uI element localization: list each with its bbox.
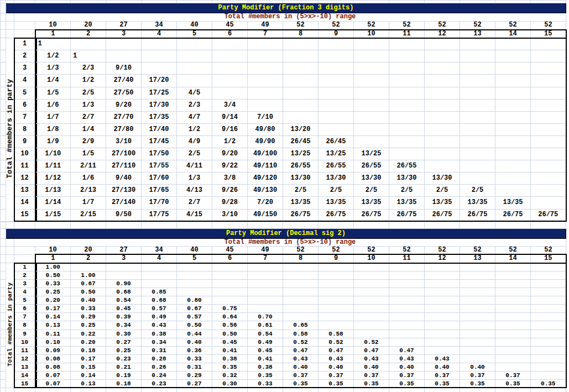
- row-header[interactable]: 15: [14, 379, 35, 388]
- data-cell-r7-c1[interactable]: 1/7: [35, 111, 71, 123]
- data-cell-r12-c11[interactable]: 0.43: [389, 354, 425, 363]
- col-range-header[interactable]: 20: [71, 247, 106, 255]
- col-header[interactable]: 3: [106, 30, 142, 38]
- col-range-header[interactable]: 49: [248, 247, 283, 255]
- data-cell-r13-c10[interactable]: 0.40: [354, 363, 389, 371]
- data-cell-r4-c3[interactable]: 0.68: [106, 288, 142, 296]
- row-header[interactable]: 2: [14, 50, 35, 62]
- row-header[interactable]: 13: [14, 363, 35, 371]
- empty-cell[interactable]: [495, 38, 531, 50]
- data-cell-r14-c1[interactable]: 0.07: [35, 371, 71, 379]
- data-cell-r7-c3[interactable]: 0.39: [106, 313, 142, 321]
- empty-cell[interactable]: [531, 38, 566, 50]
- data-cell-r8-c1[interactable]: 0.13: [35, 321, 71, 330]
- empty-cell[interactable]: [531, 160, 566, 173]
- data-cell-r14-c13[interactable]: 0.37: [460, 371, 495, 379]
- empty-cell[interactable]: [460, 296, 495, 305]
- data-cell-r11-c4[interactable]: 0.31: [142, 346, 177, 354]
- col-range-header[interactable]: 52: [460, 22, 495, 30]
- col-header[interactable]: 4: [142, 254, 177, 263]
- empty-cell[interactable]: [283, 75, 319, 87]
- empty-cell[interactable]: [425, 305, 460, 313]
- empty-cell[interactable]: [177, 263, 212, 271]
- row-header[interactable]: 15: [14, 209, 35, 221]
- col-header[interactable]: 5: [177, 254, 212, 263]
- empty-cell[interactable]: [354, 87, 389, 99]
- data-cell-r15-c10[interactable]: 26/75: [354, 209, 389, 221]
- data-cell-r2-c2[interactable]: 1.00: [71, 271, 106, 280]
- empty-cell[interactable]: [71, 263, 106, 271]
- empty-cell[interactable]: [319, 111, 354, 123]
- empty-cell[interactable]: [248, 271, 283, 280]
- empty-cell[interactable]: [495, 354, 531, 363]
- empty-cell[interactable]: [248, 50, 283, 62]
- data-cell-r7-c3[interactable]: 27/70: [106, 111, 142, 123]
- data-cell-r13-c6[interactable]: 9/26: [212, 185, 248, 197]
- data-cell-r14-c8[interactable]: 0.37: [283, 371, 319, 379]
- data-cell-r6-c3[interactable]: 0.45: [106, 305, 142, 313]
- data-cell-r14-c11[interactable]: 13/35: [389, 197, 425, 209]
- empty-cell[interactable]: [283, 62, 319, 75]
- data-cell-r4-c1[interactable]: 0.25: [35, 288, 71, 296]
- empty-cell[interactable]: [460, 263, 495, 271]
- empty-cell[interactable]: [177, 38, 212, 50]
- empty-cell[interactable]: [177, 271, 212, 280]
- data-cell-r9-c8[interactable]: 26/45: [283, 135, 319, 148]
- empty-cell[interactable]: [354, 296, 389, 305]
- data-cell-r5-c2[interactable]: 0.40: [71, 296, 106, 305]
- data-cell-r12-c1[interactable]: 0.08: [35, 354, 71, 363]
- data-cell-r10-c9[interactable]: 0.52: [319, 338, 354, 346]
- empty-cell[interactable]: [248, 263, 283, 271]
- data-cell-r8-c6[interactable]: 9/16: [212, 123, 248, 135]
- data-cell-r13-c4[interactable]: 17/65: [142, 185, 177, 197]
- col-range-header[interactable]: 45: [212, 247, 248, 255]
- data-cell-r4-c4[interactable]: 0.85: [142, 288, 177, 296]
- data-cell-r10-c7[interactable]: 0.49: [248, 338, 283, 346]
- empty-cell[interactable]: [106, 50, 142, 62]
- data-cell-r13-c8[interactable]: 2/5: [283, 185, 319, 197]
- data-cell-r10-c3[interactable]: 27/100: [106, 148, 142, 160]
- empty-cell[interactable]: [495, 87, 531, 99]
- empty-cell[interactable]: [460, 288, 495, 296]
- data-cell-r10-c10[interactable]: 13/25: [354, 148, 389, 160]
- data-cell-r10-c5[interactable]: 2/5: [177, 148, 212, 160]
- empty-cell[interactable]: [212, 288, 248, 296]
- empty-cell[interactable]: [531, 99, 566, 111]
- data-cell-r15-c2[interactable]: 0.13: [71, 379, 106, 388]
- row-header[interactable]: 1: [14, 38, 35, 50]
- data-cell-r15-c8[interactable]: 0.35: [283, 379, 319, 388]
- empty-cell[interactable]: [389, 330, 425, 338]
- data-cell-r9-c6[interactable]: 1/2: [212, 135, 248, 148]
- data-cell-r15-c12[interactable]: 0.35: [425, 379, 460, 388]
- empty-cell[interactable]: [425, 62, 460, 75]
- data-cell-r11-c11[interactable]: 0.47: [389, 346, 425, 354]
- data-cell-r13-c5[interactable]: 0.31: [177, 363, 212, 371]
- data-cell-r7-c7[interactable]: 0.70: [248, 313, 283, 321]
- empty-cell[interactable]: [531, 280, 566, 288]
- data-cell-r10-c8[interactable]: 0.52: [283, 338, 319, 346]
- empty-cell[interactable]: [319, 87, 354, 99]
- data-cell-r15-c4[interactable]: 17/75: [142, 209, 177, 221]
- col-range-header[interactable]: 49: [248, 22, 283, 30]
- data-cell-r11-c5[interactable]: 4/11: [177, 160, 212, 173]
- data-cell-r14-c4[interactable]: 17/70: [142, 197, 177, 209]
- empty-cell[interactable]: [460, 87, 495, 99]
- data-cell-r11-c2[interactable]: 0.18: [71, 346, 106, 354]
- empty-cell[interactable]: [495, 330, 531, 338]
- data-cell-r12-c8[interactable]: 0.43: [283, 354, 319, 363]
- empty-cell[interactable]: [177, 75, 212, 87]
- data-cell-r10-c8[interactable]: 13/25: [283, 148, 319, 160]
- data-cell-r13-c7[interactable]: 49/130: [248, 185, 283, 197]
- data-cell-r9-c2[interactable]: 2/9: [71, 135, 106, 148]
- data-cell-r10-c1[interactable]: 1/10: [35, 148, 71, 160]
- data-cell-r9-c5[interactable]: 0.44: [177, 330, 212, 338]
- col-range-header[interactable]: 40: [177, 247, 212, 255]
- data-cell-r9-c9[interactable]: 26/45: [319, 135, 354, 148]
- empty-cell[interactable]: [425, 135, 460, 148]
- col-header[interactable]: 9: [319, 30, 354, 38]
- empty-cell[interactable]: [460, 75, 495, 87]
- empty-cell[interactable]: [460, 135, 495, 148]
- col-header[interactable]: 1: [35, 30, 71, 38]
- data-cell-r11-c8[interactable]: 26/55: [283, 160, 319, 173]
- data-cell-r13-c6[interactable]: 0.35: [212, 363, 248, 371]
